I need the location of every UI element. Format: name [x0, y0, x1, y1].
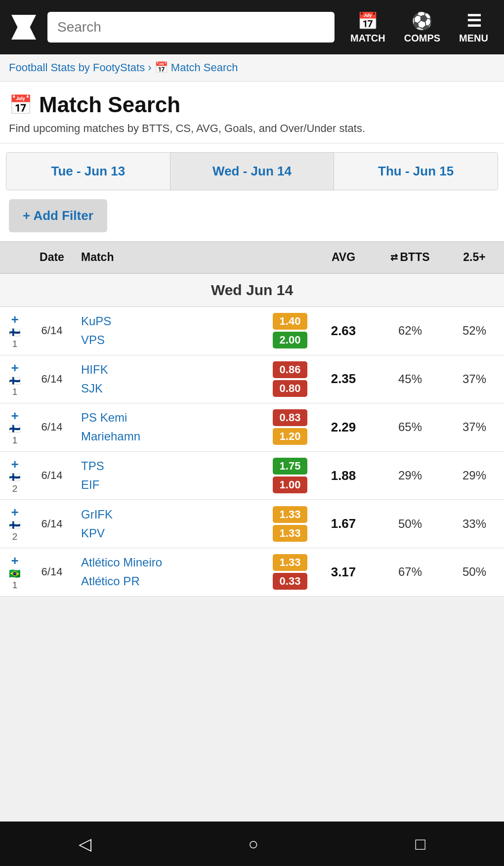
add-match-button[interactable]: +: [11, 312, 18, 327]
match-cell: TPS 1.75 EIF 1.00: [74, 451, 311, 500]
btts-cell: 50%: [376, 500, 445, 548]
avg-cell: 2.29: [311, 403, 376, 452]
avg-cell: 2.63: [311, 307, 376, 355]
team-away[interactable]: SJK: [81, 382, 268, 395]
table-row: + 🇫🇮 2 6/14 TPS 1.75 EIF 1.00 1.88 29%: [0, 451, 504, 500]
col-over25: 2.5+: [445, 242, 504, 273]
team-away[interactable]: KPV: [81, 526, 268, 540]
app-header: 📅 MATCH ⚽ COMPS ☰ MENU: [0, 0, 504, 54]
league-number: 🇫🇮: [4, 376, 26, 387]
date-cell: 6/14: [30, 548, 74, 596]
odds-home: 0.86: [273, 361, 307, 378]
match-icon: 📅: [357, 11, 378, 31]
search-input[interactable]: [47, 12, 335, 43]
home-button[interactable]: ○: [233, 829, 273, 859]
league-tier: 2: [4, 531, 26, 543]
nav-menu[interactable]: ☰ MENU: [452, 8, 495, 47]
match-cell: PS Kemi 0.83 Mariehamn 1.20: [74, 403, 311, 452]
breadcrumb-separator: ›: [148, 61, 154, 74]
breadcrumb: Football Stats by FootyStats › 📅 Match S…: [0, 54, 504, 82]
add-match-button[interactable]: +: [11, 553, 18, 568]
nav-match[interactable]: 📅 MATCH: [343, 8, 392, 47]
over25-cell: 37%: [445, 355, 504, 403]
table-row: + 🇫🇮 1 6/14 KuPS 1.40 VPS 2.00 2.63 62: [0, 307, 504, 355]
date-tabs-container: Tue - Jun 13 Wed - Jun 14 Thu - Jun 15: [0, 143, 504, 190]
date-tab-2[interactable]: Thu - Jun 15: [334, 153, 498, 190]
league-number: 🇧🇷: [4, 568, 26, 580]
breadcrumb-current: Match Search: [171, 61, 238, 74]
header-nav: 📅 MATCH ⚽ COMPS ☰ MENU: [343, 8, 495, 47]
add-filter-button[interactable]: + Add Filter: [9, 199, 107, 232]
table-row: + 🇫🇮 1 6/14 PS Kemi 0.83 Mariehamn 1.20 …: [0, 403, 504, 452]
odds-away: 1.33: [273, 525, 307, 542]
team-home[interactable]: HIFK: [81, 363, 268, 377]
date-cell: 6/14: [30, 355, 74, 403]
date-tab-1[interactable]: Wed - Jun 14: [170, 153, 335, 190]
btts-cell: 29%: [376, 451, 445, 500]
odds-away: 1.20: [273, 428, 307, 445]
logo-icon: [9, 12, 39, 42]
btts-cell: 45%: [376, 355, 445, 403]
match-cell: HIFK 0.86 SJK 0.80: [74, 355, 311, 403]
btts-label: BTTS: [400, 251, 429, 264]
date-cell: 6/14: [30, 403, 74, 452]
team-away[interactable]: Atlético PR: [81, 574, 268, 588]
match-table: Date Match AVG ⇄ BTTS 2.5+ Wed Jun 14 + …: [0, 242, 504, 597]
flag-icon: 🇫🇮: [9, 327, 21, 338]
back-button[interactable]: ◁: [64, 829, 106, 859]
over25-cell: 37%: [445, 403, 504, 452]
table-row: + 🇫🇮 2 6/14 GrIFK 1.33 KPV 1.33 1.67 5: [0, 500, 504, 548]
odds-away: 2.00: [273, 332, 307, 348]
over25-cell: 52%: [445, 307, 504, 355]
table-row: + 🇧🇷 1 6/14 Atlético Mineiro 1.33 Atléti…: [0, 548, 504, 596]
page-title-icon: 📅: [9, 94, 32, 116]
flag-icon: 🇫🇮: [9, 376, 21, 386]
filter-area: + Add Filter: [0, 190, 504, 242]
flag-icon: 🇧🇷: [9, 568, 21, 579]
odds-home: 0.83: [273, 409, 307, 426]
nav-comps[interactable]: ⚽ COMPS: [397, 8, 447, 47]
odds-home: 1.75: [273, 458, 307, 475]
odds-away: 0.33: [273, 573, 307, 590]
league-tier: 1: [4, 387, 26, 398]
team-away[interactable]: Mariehamn: [81, 430, 268, 443]
team-away[interactable]: EIF: [81, 478, 268, 492]
match-cell: KuPS 1.40 VPS 2.00: [74, 307, 311, 355]
odds-away: 0.80: [273, 380, 307, 397]
plus-cell: + 🇫🇮 1: [0, 307, 30, 355]
table-row: + 🇫🇮 1 6/14 HIFK 0.86 SJK 0.80 2.35 45: [0, 355, 504, 403]
odds-home: 1.40: [273, 313, 307, 330]
team-home[interactable]: TPS: [81, 459, 268, 473]
over25-cell: 29%: [445, 451, 504, 500]
add-match-button[interactable]: +: [11, 360, 18, 376]
league-tier: 1: [4, 580, 26, 591]
menu-icon: ☰: [466, 11, 481, 31]
comps-icon: ⚽: [412, 11, 432, 31]
league-number: 🇫🇮: [4, 520, 26, 531]
add-match-button[interactable]: +: [11, 408, 18, 424]
team-home[interactable]: GrIFK: [81, 508, 268, 521]
match-cell: Atlético Mineiro 1.33 Atlético PR 0.33: [74, 548, 311, 596]
recent-button[interactable]: □: [401, 829, 441, 859]
page-title: Match Search: [39, 92, 180, 117]
league-number: 🇫🇮: [4, 424, 26, 435]
avg-cell: 1.88: [311, 451, 376, 500]
league-tier: 2: [4, 483, 26, 495]
team-home[interactable]: PS Kemi: [81, 411, 268, 425]
breadcrumb-icon: 📅: [155, 61, 171, 74]
team-away[interactable]: VPS: [81, 333, 268, 347]
android-nav-bar: ◁ ○ □: [0, 822, 504, 866]
avg-cell: 3.17: [311, 548, 376, 596]
nav-match-label: MATCH: [350, 33, 385, 44]
btts-cell: 67%: [376, 548, 445, 596]
col-btts: ⇄ BTTS: [376, 242, 445, 273]
team-home[interactable]: Atlético Mineiro: [81, 556, 268, 569]
breadcrumb-home[interactable]: Football Stats by FootyStats: [9, 61, 145, 74]
date-tab-0[interactable]: Tue - Jun 13: [6, 153, 170, 190]
league-tier: 1: [4, 339, 26, 350]
team-home[interactable]: KuPS: [81, 314, 268, 328]
nav-menu-label: MENU: [459, 33, 488, 44]
add-match-button[interactable]: +: [11, 505, 18, 520]
add-match-button[interactable]: +: [11, 457, 18, 472]
odds-home: 1.33: [273, 506, 307, 523]
